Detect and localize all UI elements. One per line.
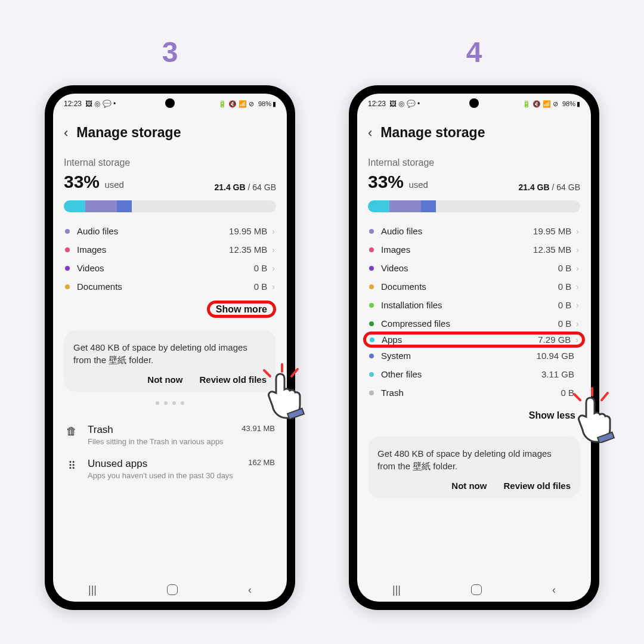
storage-bar [368, 200, 580, 212]
pager-dots [64, 401, 276, 405]
category-label: Apps [382, 335, 538, 345]
extra-icon: ⠿ [65, 459, 78, 472]
category-row-videos[interactable]: Videos0 B› [368, 259, 580, 277]
category-row-trash: Trash0 B [368, 383, 580, 402]
tap-pointer-icon [253, 360, 313, 419]
category-row-audio-files[interactable]: Audio files19.95 MB› [368, 222, 580, 240]
chevron-right-icon: › [272, 282, 275, 292]
category-row-system: System10.94 GB [368, 346, 580, 365]
suggestion-card: Get 480 KB of space by deleting old imag… [64, 330, 276, 392]
home-icon[interactable] [471, 584, 482, 595]
category-size: 12.35 MB [533, 244, 571, 255]
color-dot [65, 284, 70, 289]
recents-icon[interactable]: ||| [88, 584, 97, 596]
color-dot [369, 372, 374, 377]
suggestion-text: Get 480 KB of space by deleting old imag… [377, 447, 571, 472]
extra-list: 🗑TrashFiles sitting in the Trash in vari… [64, 418, 276, 486]
back-icon[interactable]: ‹ [368, 125, 372, 141]
back-nav-icon[interactable]: ‹ [552, 584, 556, 596]
category-label: Documents [77, 281, 254, 292]
category-label: Compressed files [381, 318, 558, 329]
category-row-images[interactable]: Images12.35 MB› [368, 240, 580, 259]
category-label: Images [381, 244, 533, 255]
chevron-right-icon: › [576, 319, 579, 329]
category-size: 0 B [558, 318, 572, 329]
android-navbar: ||| ‹ [53, 578, 287, 602]
category-row-images[interactable]: Images12.35 MB› [64, 240, 276, 259]
svg-line-2 [292, 369, 298, 376]
category-list: Audio files19.95 MB›Images12.35 MB›Video… [368, 222, 580, 402]
category-label: Images [77, 244, 229, 255]
chevron-right-icon: › [575, 335, 578, 345]
category-size: 10.94 GB [537, 351, 574, 361]
category-row-documents[interactable]: Documents0 B› [64, 277, 276, 296]
back-nav-icon[interactable]: ‹ [248, 584, 252, 596]
review-files-button[interactable]: Review old files [503, 481, 571, 491]
step-number: 3 [162, 36, 178, 69]
android-navbar: ||| ‹ [357, 578, 591, 602]
category-label: Installation files [381, 300, 558, 310]
capacity-text: 21.4 GB / 64 GB [214, 182, 276, 192]
category-size: 3.11 GB [541, 369, 574, 379]
color-dot [369, 321, 374, 326]
color-dot [369, 247, 374, 252]
color-dot [369, 266, 374, 271]
step-4: 4 12:23🖼 ◎ 💬 • 🔋 🔇 📶 ⊘ 98%▮ ‹ Manage sto… [349, 36, 599, 610]
category-row-installation-files[interactable]: Installation files0 B› [368, 296, 580, 314]
category-row-other-files: Other files3.11 GB [368, 365, 580, 383]
tap-pointer-icon [564, 383, 623, 443]
color-dot [370, 338, 374, 342]
category-row-apps[interactable]: Apps7.29 GB› [363, 332, 585, 348]
color-dot [65, 229, 70, 234]
category-size: 0 B [558, 300, 572, 310]
category-row-videos[interactable]: Videos0 B› [64, 259, 276, 277]
color-dot [369, 284, 374, 289]
page-title: Manage storage [380, 125, 485, 141]
svg-line-4 [574, 394, 580, 400]
color-dot [369, 354, 374, 358]
page-header: ‹ Manage storage [357, 113, 591, 150]
phone-frame: 12:23🖼 ◎ 💬 • 🔋 🔇 📶 ⊘ 98%▮ ‹ Manage stora… [349, 85, 599, 610]
color-dot [65, 266, 70, 271]
category-row-audio-files[interactable]: Audio files19.95 MB› [64, 222, 276, 240]
category-label: Other files [381, 369, 541, 379]
category-label: Videos [77, 263, 254, 273]
color-dot [369, 229, 374, 234]
category-size: 12.35 MB [229, 244, 267, 255]
category-label: Audio files [381, 226, 533, 236]
category-size: 7.29 GB [538, 335, 571, 345]
category-list: Audio files19.95 MB›Images12.35 MB›Video… [64, 222, 276, 296]
phone-screen: 12:23🖼 ◎ 💬 • 🔋 🔇 📶 ⊘ 98%▮ ‹ Manage stora… [53, 94, 287, 602]
extra-size: 162 MB [248, 458, 275, 467]
category-row-compressed-files[interactable]: Compressed files0 B› [368, 314, 580, 333]
chevron-right-icon: › [272, 245, 275, 255]
extra-row-unused-apps[interactable]: ⠿Unused appsApps you haven't used in the… [64, 452, 276, 486]
extra-row-trash[interactable]: 🗑TrashFiles sitting in the Trash in vari… [64, 418, 276, 452]
storage-section-label: Internal storage [64, 157, 276, 168]
percent-used: 33% used [368, 172, 428, 192]
recents-icon[interactable]: ||| [392, 584, 401, 596]
show-more-button[interactable]: Show more [207, 301, 276, 318]
color-dot [65, 247, 70, 252]
not-now-button[interactable]: Not now [147, 374, 182, 385]
svg-line-0 [264, 370, 270, 376]
step-number: 4 [466, 36, 482, 69]
home-icon[interactable] [167, 584, 178, 595]
phone-frame: 12:23🖼 ◎ 💬 • 🔋 🔇 📶 ⊘ 98%▮ ‹ Manage stora… [45, 85, 295, 610]
category-row-documents[interactable]: Documents0 B› [368, 277, 580, 296]
category-label: Trash [381, 388, 561, 398]
not-now-button[interactable]: Not now [451, 481, 487, 491]
phone-screen: 12:23🖼 ◎ 💬 • 🔋 🔇 📶 ⊘ 98%▮ ‹ Manage stora… [357, 94, 591, 602]
svg-line-6 [602, 393, 608, 400]
category-label: Documents [381, 281, 558, 292]
extra-title: Trash [88, 424, 232, 436]
chevron-right-icon: › [576, 264, 579, 273]
step-3: 3 12:23🖼 ◎ 💬 • 🔋 🔇 📶 ⊘ 98%▮ ‹ Manage sto… [45, 36, 295, 610]
chevron-right-icon: › [576, 245, 579, 255]
storage-section-label: Internal storage [368, 157, 580, 168]
extra-size: 43.91 MB [242, 424, 275, 433]
chevron-right-icon: › [272, 264, 275, 273]
suggestion-card: Get 480 KB of space by deleting old imag… [368, 436, 580, 498]
extra-icon: 🗑 [65, 425, 78, 438]
back-icon[interactable]: ‹ [64, 125, 68, 141]
